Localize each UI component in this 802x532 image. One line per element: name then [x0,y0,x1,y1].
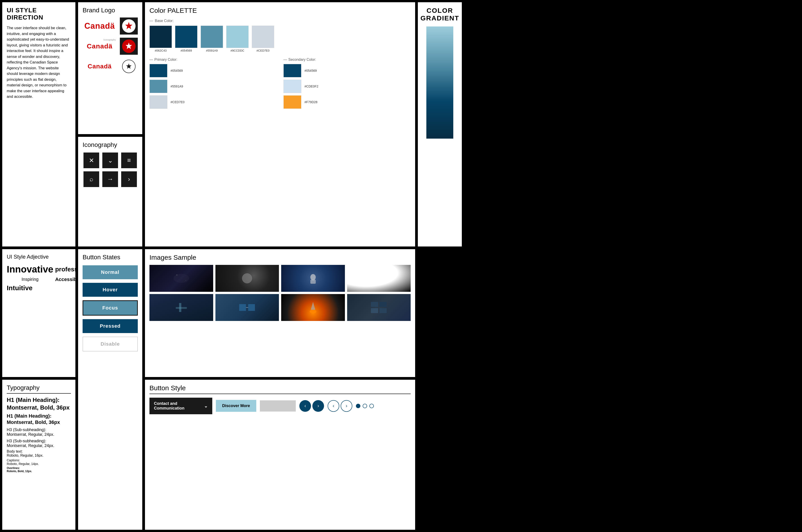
nav-controls-left: ‹ › [299,400,324,412]
close-icon: ✕ [89,157,94,164]
adjective-professional: professional [55,266,76,273]
dot-1[interactable] [356,404,360,408]
icon-arrow-button[interactable]: → [102,171,118,187]
icon-menu-button[interactable]: ≡ [121,153,137,168]
dropdown-label: Contact and Communication [154,401,200,411]
swatch-color-5 [252,25,274,48]
secondary-colors-list: #054569 #CDE0F2 #F79D28 [283,64,411,109]
primary-label-3: #CED7E0 [170,100,184,104]
hover-button[interactable]: Hover [82,283,138,297]
color-gradient-panel: COLOR GRADIENT [417,2,462,247]
chevron-left-icon-2: ‹ [333,403,334,409]
swatch-color-4 [226,25,249,48]
button-style-title: Button Style [149,384,411,394]
typography-h3b: H3 (Sub-subheading):Montserrat, Regular,… [7,439,71,448]
typography-overline: Overlines:Roboto, Bold, 12px. [7,467,71,473]
image-5 [149,294,213,321]
icon-search-button[interactable]: ⌕ [83,171,99,187]
primary-color-label: Primary Color: [149,58,277,62]
svg-rect-15 [248,304,255,311]
primary-label-2: #5591A9 [170,84,183,88]
adjective-innovative: Innovative [7,264,53,275]
pressed-button[interactable]: Pressed [82,319,138,333]
primary-color-1 [149,64,167,77]
icon-close-button[interactable]: ✕ [83,153,99,168]
search-icon: ⌕ [90,176,93,183]
secondary-color-1 [283,64,301,77]
canada-wordmark-outline: Canadä [88,63,112,70]
focus-button[interactable]: Focus [82,300,138,316]
ui-direction-title: UI STYLE DIRECTION [7,7,71,21]
swatch-label-3: #5591A9 [206,49,218,52]
color-palette-panel: Color PALETTE Base Color: #062C43 #05456… [145,2,415,247]
button-states-title: Button States [82,254,138,261]
canada-logo-circle-outline [120,58,138,75]
image-1 [149,265,213,292]
logo-circle-border [122,60,135,73]
discover-more-button[interactable]: Discover More [216,400,256,412]
svg-marker-1 [126,43,132,49]
arrow-right-icon: → [107,176,113,183]
nav-prev-button-1[interactable]: ‹ [299,400,311,412]
dot-3[interactable] [369,404,374,408]
normal-button[interactable]: Normal [82,265,138,279]
maple-leaf-svg [124,21,133,31]
text-input-placeholder[interactable] [260,400,296,412]
nav-next-button-1[interactable]: › [312,400,324,412]
primary-color-2 [149,80,167,93]
swatch-color-1 [149,25,172,48]
iconography-panel: Iconography ✕ ⌄ ≡ ⌕ → › [78,136,143,247]
nav-prev-button-2[interactable]: ‹ [328,400,339,412]
swatch-color-2 [175,25,198,48]
astronaut-svg [304,272,322,285]
adjective-intuitive: Intuitive [7,284,53,292]
svg-marker-2 [126,63,131,69]
color-palette-content: Base Color: #062C43 #054569 #5591A9 [149,19,411,109]
svg-marker-17 [311,302,315,310]
panels-svg [238,301,256,314]
secondary-label-3: #F79D28 [304,100,318,104]
chevron-right-icon-1: › [317,403,319,409]
color-palette-title: Color PALETTE [149,7,411,14]
primary-label-1: #054569 [170,69,183,73]
svg-point-11 [378,278,380,279]
base-color-label: Base Color: [149,19,411,23]
secondary-swatch-3: #F79D28 [283,95,411,109]
typography-body: Body text:Roboto, Regular, 16px. [7,450,71,458]
icon-grid: ✕ ⌄ ≡ ⌕ → › [82,153,138,187]
primary-color-3 [149,95,167,109]
typography-h3a: H3 (Sub-subheading):Montserrat, Regular,… [7,428,71,437]
typography-h1-reg: H1 (Main Heading):Montserrat, Bold, 36px [7,413,71,426]
collage-svg [370,301,388,314]
svg-point-8 [310,274,316,280]
icon-chevron-button[interactable]: ⌄ [102,153,118,168]
hamburger-icon: ≡ [127,157,131,164]
chevron-right-icon-2: › [346,403,347,409]
iconography-title: Iconography [82,141,138,149]
svg-rect-20 [379,302,387,307]
color-gradient-title: COLOR GRADIENT [421,7,459,22]
swatch-label-5: #CED7E0 [257,49,269,52]
secondary-label-2: #CDE0F2 [304,84,318,88]
contact-dropdown[interactable]: Contact and Communication ⌄ [149,398,212,414]
image-8 [347,294,411,321]
nav-next-button-2[interactable]: › [341,400,352,412]
secondary-swatch-2: #CDE0F2 [283,80,411,93]
svg-rect-19 [371,302,378,307]
telescope-svg [172,301,190,314]
base-color-section: Base Color: #062C43 #054569 #5591A9 [149,19,411,58]
canada-logo-red: Canadä [82,18,117,35]
canada-logo-outline: Canadä [82,58,117,75]
svg-rect-21 [371,308,378,313]
icon-chevron-right-button[interactable]: › [121,171,137,187]
secondary-color-label: Secondary Color: [283,58,411,62]
canada-wordmark-red: Canadä [85,21,115,31]
dot-2[interactable] [362,404,367,408]
brand-logo-panel: Brand Logo Canadä Iconography Canadä [78,2,143,135]
primary-colors-list: #054569 #5591A9 #CED7E0 [149,64,277,109]
swatch-ced7e0: #CED7E0 [252,25,274,52]
moon-svg [238,272,256,285]
primary-swatch-1: #054569 [149,64,277,77]
secondary-color-3 [283,95,301,109]
disable-button: Disable [82,337,138,352]
